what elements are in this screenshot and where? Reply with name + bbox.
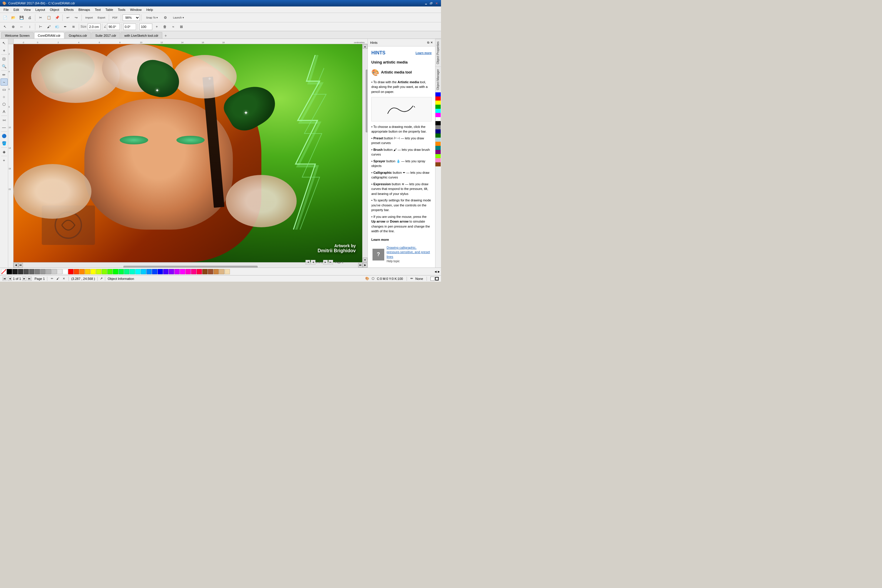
swatch-yellow[interactable]: [435, 100, 441, 105]
tool-text[interactable]: A: [1, 108, 8, 115]
swatch-black[interactable]: [435, 121, 441, 125]
swatch-lime[interactable]: [435, 154, 441, 158]
palette-gray8[interactable]: [51, 269, 57, 274]
palette-gray9[interactable]: [57, 269, 62, 274]
size2-input[interactable]: [140, 24, 152, 30]
import-button[interactable]: Import: [83, 14, 95, 21]
redo-button[interactable]: ↪: [72, 14, 80, 21]
palette-violet[interactable]: [169, 269, 174, 274]
tool-zoom[interactable]: 🔍: [1, 63, 8, 70]
tab-suite2017[interactable]: Suite 2017.cdr: [92, 32, 120, 39]
tool-eyedropper[interactable]: 🔵: [1, 132, 8, 140]
menu-object[interactable]: Object: [47, 6, 62, 13]
outline-color-box[interactable]: [435, 277, 439, 280]
tool-add[interactable]: +: [1, 157, 8, 164]
tool-polygon[interactable]: ⬡: [1, 100, 8, 108]
options-button[interactable]: ⚙: [161, 14, 169, 21]
menu-table[interactable]: Table: [103, 6, 116, 13]
palette-gray1[interactable]: [12, 269, 18, 274]
swatch-pink[interactable]: [435, 158, 441, 162]
menu-view[interactable]: View: [21, 6, 33, 13]
tool-rectangle[interactable]: ▭: [1, 86, 8, 93]
palette-red[interactable]: [68, 269, 74, 274]
print-button[interactable]: 🖨: [26, 14, 33, 21]
menu-bitmaps[interactable]: Bitmaps: [76, 6, 93, 13]
palette-gray2[interactable]: [18, 269, 23, 274]
palette-gray5[interactable]: [35, 269, 40, 274]
pdf-export-button[interactable]: PDF: [111, 14, 119, 21]
hscroll-right-btn[interactable]: ▶: [363, 263, 368, 267]
palette-magenta[interactable]: [180, 269, 185, 274]
preset-btn[interactable]: ⊢: [37, 23, 44, 31]
edge-smooth-btn[interactable]: ⊠: [178, 23, 185, 31]
status-page-next[interactable]: ▶: [22, 277, 27, 281]
tab-graphics[interactable]: Graphics.cdr: [65, 32, 91, 39]
tool-artistic-media[interactable]: ~: [1, 78, 8, 86]
tool-connector[interactable]: —: [1, 124, 8, 131]
hscroll-page-start[interactable]: ⏮: [18, 263, 23, 267]
palette-no-fill[interactable]: [1, 269, 6, 274]
palette-azure[interactable]: [146, 269, 152, 274]
palette-indigo[interactable]: [163, 269, 168, 274]
object-manager-tab[interactable]: Object Manager: [435, 66, 441, 92]
hints-expand-btn[interactable]: ⧉: [427, 41, 429, 44]
status-page-end[interactable]: ▶|: [28, 277, 32, 281]
status-page-start[interactable]: |◀: [2, 277, 6, 281]
swatch-darkgreen[interactable]: [435, 134, 441, 138]
palette-hotpink[interactable]: [186, 269, 191, 274]
menu-window[interactable]: Window: [128, 6, 144, 13]
hscroll-page-end[interactable]: ⏭: [358, 263, 363, 267]
palette-gray4[interactable]: [29, 269, 34, 274]
export-button[interactable]: Export: [96, 14, 107, 21]
swatch-red[interactable]: [435, 96, 441, 100]
fill-color-box[interactable]: [430, 277, 435, 281]
launch-button[interactable]: Launch ▾: [170, 14, 187, 21]
palette-lime[interactable]: [102, 269, 107, 274]
swatch-brown[interactable]: [435, 162, 441, 166]
snap-to-button[interactable]: Snap To ▾: [143, 14, 161, 21]
palette-yellow[interactable]: [90, 269, 96, 274]
tab-livesketch[interactable]: with LiveSketch tool.cdr: [120, 32, 162, 39]
zoom-dropdown[interactable]: 98% 100% 75% 50%: [123, 14, 140, 21]
swatch-lightblue[interactable]: [435, 138, 441, 142]
palette-spring[interactable]: [124, 269, 129, 274]
minimize-button[interactable]: 🗕: [424, 1, 428, 5]
swatch-cyan[interactable]: [435, 109, 441, 113]
cut-button[interactable]: ✂: [37, 14, 44, 21]
tool-interactive[interactable]: ◈: [1, 148, 8, 155]
palette-lime-yellow[interactable]: [96, 269, 101, 274]
palette-skyblue[interactable]: [141, 269, 146, 274]
angle-input[interactable]: [107, 24, 120, 30]
tool-parallel[interactable]: ⫗: [1, 116, 8, 123]
hscroll-thumb[interactable]: [123, 266, 258, 268]
tool-crop[interactable]: ⊡: [1, 55, 8, 62]
swatch-magenta[interactable]: [435, 113, 441, 117]
palette-mint[interactable]: [118, 269, 124, 274]
vscroll-up-btn[interactable]: ▲: [363, 44, 368, 49]
palette-wheat[interactable]: [225, 269, 230, 274]
tab-welcome[interactable]: Welcome Screen: [1, 32, 33, 39]
tab-add-button[interactable]: +: [163, 33, 169, 39]
vscroll-down-btn[interactable]: ▼: [363, 258, 368, 262]
tool-shape[interactable]: ⋄: [1, 47, 8, 54]
palette-turquoise[interactable]: [130, 269, 135, 274]
tool-select[interactable]: ↖: [1, 39, 8, 46]
page-first-btn[interactable]: |◀: [306, 260, 310, 265]
menu-layout[interactable]: Layout: [33, 6, 47, 13]
delete-preset-btn[interactable]: 🗑: [161, 23, 169, 31]
brush-btn[interactable]: 🖌: [45, 23, 52, 31]
palette-amber[interactable]: [85, 269, 90, 274]
swatch-gray[interactable]: [435, 125, 441, 129]
menu-tools[interactable]: Tools: [116, 6, 128, 13]
new-button[interactable]: 📄: [1, 14, 9, 21]
status-clear-btn[interactable]: ✕: [62, 276, 66, 281]
tool-ellipse[interactable]: ○: [1, 93, 8, 100]
save-button[interactable]: 💾: [18, 14, 25, 21]
page-prev-btn[interactable]: ◀: [311, 260, 315, 265]
swatch-darkblue[interactable]: [435, 129, 441, 134]
status-page-prev[interactable]: ◀: [8, 277, 12, 281]
undo-button[interactable]: ↩: [64, 14, 72, 21]
hints-close-btn[interactable]: ✕: [430, 41, 433, 44]
open-button[interactable]: 📂: [9, 14, 17, 21]
swatch-teal[interactable]: [435, 146, 441, 150]
